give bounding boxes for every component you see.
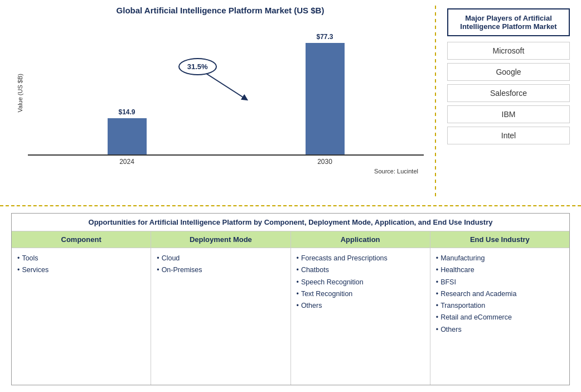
major-players-section: Major Players of Artificial Intelligence… (436, 0, 581, 205)
bullet-icon: • (297, 277, 299, 288)
column-header-end-use: End Use Industry (430, 231, 569, 248)
bar-group-2024: $14.9 (28, 21, 226, 154)
bullet-icon: • (297, 300, 299, 312)
column-end-use: End Use Industry •Manufacturing •Healthc… (430, 231, 569, 385)
list-item: •Healthcare (436, 264, 564, 276)
list-item: •Tools (17, 253, 145, 264)
x-axis: 2024 2030 (28, 154, 424, 166)
column-header-deployment: Deployment Mode (151, 231, 290, 248)
bullet-icon: • (157, 264, 159, 276)
list-item: •On-Premises (157, 264, 284, 276)
list-item: •Cloud (157, 253, 284, 264)
x-label-2024: 2024 (28, 156, 226, 166)
y-axis-label: Value (US $B) (17, 74, 23, 113)
main-container: Global Artificial Intelligence Platform … (0, 0, 581, 392)
bar-2030 (306, 43, 345, 154)
bullet-icon: • (297, 253, 299, 264)
bullet-icon: • (436, 312, 438, 323)
list-item: •Text Recognition (297, 288, 424, 300)
chart-content: 31.5% (28, 21, 424, 166)
cagr-arrow (201, 68, 256, 101)
opportunities-title: Opportunities for Artificial Intelligenc… (12, 214, 569, 231)
column-application: Application •Forecasts and Prescriptions… (291, 231, 430, 385)
list-item: •Research and Academia (436, 288, 564, 300)
columns-row: Component •Tools •Services Deployment Mo… (12, 231, 569, 385)
opportunities-container: Opportunities for Artificial Intelligenc… (11, 213, 570, 385)
bars-area: 31.5% (28, 21, 424, 154)
bar-2024-label: $14.9 (118, 108, 135, 116)
column-header-application: Application (291, 231, 430, 248)
list-item: •Others (436, 324, 564, 336)
column-component: Component •Tools •Services (12, 231, 151, 385)
player-intel: Intel (447, 127, 570, 144)
list-item: •Others (297, 300, 424, 312)
source-label: Source: Lucintel (17, 168, 424, 175)
list-item: •Speech Recognition (297, 277, 424, 288)
bullet-icon: • (157, 253, 159, 264)
bullet-icon: • (436, 324, 438, 336)
list-item: •Retail and eCommerce (436, 312, 564, 323)
list-item: •Manufacturing (436, 253, 564, 264)
column-header-component: Component (12, 231, 151, 248)
major-players-title: Major Players of Artificial Intelligence… (447, 8, 570, 36)
list-item: •Services (17, 264, 145, 276)
chart-title: Global Artificial Intelligence Platform … (117, 6, 325, 15)
cagr-annotation: 31.5% (178, 58, 217, 75)
chart-wrapper: Value (US $B) 31.5% (17, 21, 424, 166)
list-item: •Transportation (436, 300, 564, 312)
player-ibm: IBM (447, 105, 570, 123)
chart-area: Global Artificial Intelligence Platform … (0, 0, 435, 205)
bullet-icon: • (297, 288, 299, 300)
svg-line-0 (206, 74, 245, 99)
bullet-icon: • (297, 264, 299, 276)
bar-2030-label: $77.3 (316, 33, 333, 41)
bullet-icon: • (17, 253, 20, 264)
bar-2024 (108, 118, 147, 154)
list-item: •BFSI (436, 277, 564, 288)
column-deployment: Deployment Mode •Cloud •On-Premises (151, 231, 290, 385)
bullet-icon: • (436, 288, 438, 300)
list-item: •Forecasts and Prescriptions (297, 253, 424, 264)
player-microsoft: Microsoft (447, 42, 570, 60)
bullet-icon: • (17, 264, 20, 276)
x-label-2030: 2030 (226, 156, 424, 166)
bullet-icon: • (436, 300, 438, 312)
column-body-deployment: •Cloud •On-Premises (151, 248, 290, 281)
bullet-icon: • (436, 253, 438, 264)
player-google: Google (447, 63, 570, 81)
column-body-component: •Tools •Services (12, 248, 151, 281)
column-body-end-use: •Manufacturing •Healthcare •BFSI •Resear… (430, 248, 569, 340)
bullet-icon: • (436, 277, 438, 288)
bullet-icon: • (436, 264, 438, 276)
top-section: Global Artificial Intelligence Platform … (0, 0, 581, 206)
column-body-application: •Forecasts and Prescriptions •Chatbots •… (291, 248, 430, 316)
list-item: •Chatbots (297, 264, 424, 276)
player-salesforce: Salesforce (447, 84, 570, 102)
bottom-section: Opportunities for Artificial Intelligenc… (0, 206, 581, 392)
